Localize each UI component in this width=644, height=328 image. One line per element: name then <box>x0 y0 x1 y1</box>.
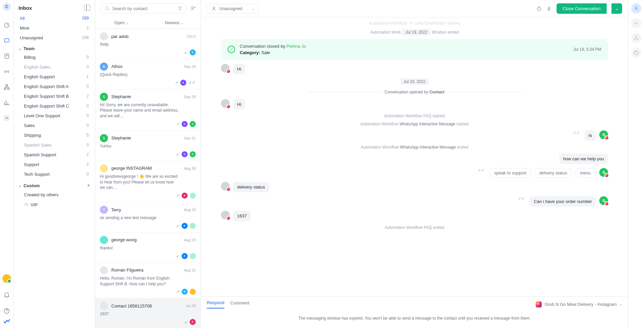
automation-icon[interactable] <box>546 6 552 11</box>
bot-avatar: ⚙ <box>599 130 608 139</box>
filter-icon[interactable] <box>177 6 183 11</box>
svg-rect-1 <box>4 39 9 42</box>
merge-icon[interactable] <box>631 18 641 28</box>
read-ticks-icon: ✓✓ <box>573 130 580 135</box>
team-item[interactable]: Spanish Sales0 <box>14 140 95 150</box>
viber-icon: ✈ <box>182 121 188 127</box>
team-item[interactable]: Sales0 <box>14 121 95 130</box>
composer-expired-message: The messaging window has expired. You wo… <box>207 309 622 328</box>
messenger-icon: ✈ <box>182 223 188 229</box>
settings-icon[interactable] <box>3 114 10 122</box>
chip-delivery-status[interactable]: delivery status <box>534 168 572 178</box>
tab-comment[interactable]: Comment <box>230 300 249 308</box>
tab-respond[interactable]: Respond <box>207 300 224 309</box>
filter-item[interactable]: Mine2 <box>14 23 95 33</box>
message-bubble: delivery status <box>233 182 269 192</box>
team-item[interactable]: Billing0 <box>14 52 95 62</box>
tab-sort[interactable]: Newest ⌄ <box>148 17 201 29</box>
system-message: Automation Workflow FAQ started <box>221 114 608 118</box>
team-item[interactable]: English Support Shift A0 <box>14 82 95 91</box>
channel-selector[interactable]: Grub N Go Meal Delivery - Instagram⌄ <box>536 301 622 308</box>
conversation-item[interactable]: Román FilgueiraAug 22Hello, Román, I'm R… <box>95 263 200 299</box>
instagram-icon: ✈ <box>190 319 196 325</box>
team-item[interactable]: Tech Support0 <box>14 169 95 179</box>
workflows-icon[interactable] <box>3 83 10 91</box>
message-bubble: how can we help you <box>559 154 608 164</box>
team-item[interactable]: English Support Shift B2 <box>14 91 95 101</box>
conversation-item[interactable]: SStephanieSep 21Yuhhu↙✈S <box>95 131 200 161</box>
date-separator: Jul 20, 2022 <box>400 78 429 85</box>
telegram-icon: ✈ <box>190 49 196 55</box>
message-bubble: Hi <box>233 99 245 110</box>
contact-avatar <box>221 64 230 73</box>
viber-icon: ✈ <box>182 151 188 157</box>
add-custom-icon[interactable]: + <box>87 182 90 189</box>
workspace-avatar[interactable]: C <box>3 3 11 11</box>
broadcast-icon[interactable] <box>3 68 10 75</box>
bot-avatar: ⚙ <box>599 196 608 205</box>
conversation-closed-card: ✓ Conversation closed by Petrina Jo Cate… <box>221 39 608 60</box>
conversation-item[interactable]: Contact 1658115706Jul 201637↙✈ <box>95 298 200 328</box>
close-conversation-caret[interactable]: ⌄ <box>611 3 622 14</box>
custom-item[interactable]: Created by others <box>14 190 95 200</box>
team-item[interactable]: Spanish Support2 <box>14 150 95 160</box>
help-icon[interactable] <box>3 307 10 315</box>
dashboard-icon[interactable] <box>3 22 10 29</box>
reports-icon[interactable] <box>3 99 10 106</box>
search-input[interactable] <box>112 6 175 11</box>
filter-item[interactable]: Unassigned248 <box>14 33 95 43</box>
team-group-toggle[interactable]: ⌄Team <box>14 43 95 52</box>
system-message: Automation Workflow FAQ ended <box>221 225 608 230</box>
conversation-item[interactable]: george INSTAGRAMAug 30Hi goodnewsgeorge … <box>95 161 200 202</box>
contact-panel-icon[interactable] <box>631 3 641 13</box>
team-item[interactable]: Level One Support0 <box>14 111 95 121</box>
svg-rect-6 <box>4 88 6 89</box>
svg-point-12 <box>105 7 108 10</box>
message-bubble: Can i have your order number <box>530 196 596 207</box>
chip-menu[interactable]: menu <box>575 168 596 178</box>
read-ticks-icon: ✓✓ <box>478 168 484 173</box>
channels-icon[interactable] <box>631 33 641 43</box>
assignee-dropdown[interactable]: Unassigned ⌄ <box>207 4 259 14</box>
conversation-item[interactable]: george wongAug 23thanks!↙✈ <box>95 233 200 263</box>
message-bubble: Hi <box>233 64 245 74</box>
conversation-item[interactable]: SStephanieSep 28Hi! Sorry, we are curren… <box>95 89 200 131</box>
team-item[interactable]: Shipping5 <box>14 130 95 140</box>
custom-group-toggle[interactable]: ⌄Custom+ <box>14 179 95 190</box>
contact-avatar <box>221 182 230 191</box>
notifications-icon[interactable] <box>3 292 10 299</box>
search-icon <box>104 6 110 11</box>
team-item[interactable]: English Sales0 <box>14 62 95 72</box>
conversation-item[interactable]: AAthosSep 29(Quick Replies)↗✈✓✓ <box>95 59 200 89</box>
svg-point-3 <box>6 55 7 56</box>
filter-item[interactable]: All269 <box>14 13 95 23</box>
svg-point-4 <box>6 71 7 72</box>
messenger-icon: ✈ <box>182 253 188 259</box>
tab-open[interactable]: Open ⌄ <box>95 17 148 29</box>
contacts-icon[interactable] <box>3 52 10 60</box>
inbox-icon[interactable] <box>3 37 10 44</box>
snooze-icon[interactable] <box>536 6 542 11</box>
activity-icon[interactable] <box>631 48 641 58</box>
add-contact-icon[interactable] <box>190 6 196 11</box>
conversation-item[interactable]: TTerryAug 23ok sending a new test messag… <box>95 202 200 233</box>
conversation-opened-label: Conversation opened by Contact <box>384 90 444 94</box>
custom-item[interactable]: VIP <box>14 200 95 210</box>
svg-point-17 <box>636 36 637 37</box>
team-item[interactable]: English Support Shift C0 <box>14 101 95 111</box>
conversation-item[interactable]: par adobOct 2/help↙✈ <box>95 29 200 59</box>
close-conversation-button[interactable]: Close Conversation <box>557 3 607 14</box>
system-message: Automation Work Jul 19, 2022 lification … <box>221 29 608 36</box>
search-input-wrapper[interactable] <box>100 3 187 13</box>
svg-point-11 <box>27 203 28 205</box>
chip-speak-support[interactable]: speak to support <box>489 168 531 178</box>
collapse-sidebar-button[interactable] <box>84 5 90 11</box>
page-title: Inbox <box>18 5 32 11</box>
team-item[interactable]: Support2 <box>14 160 95 169</box>
svg-point-14 <box>213 7 215 8</box>
team-item[interactable]: English Support1 <box>14 72 95 82</box>
svg-rect-5 <box>6 85 8 86</box>
system-message: Automation Workflow ⚡ Lead Qualification… <box>221 21 608 26</box>
svg-point-13 <box>191 7 193 8</box>
current-user-avatar[interactable] <box>2 274 11 283</box>
